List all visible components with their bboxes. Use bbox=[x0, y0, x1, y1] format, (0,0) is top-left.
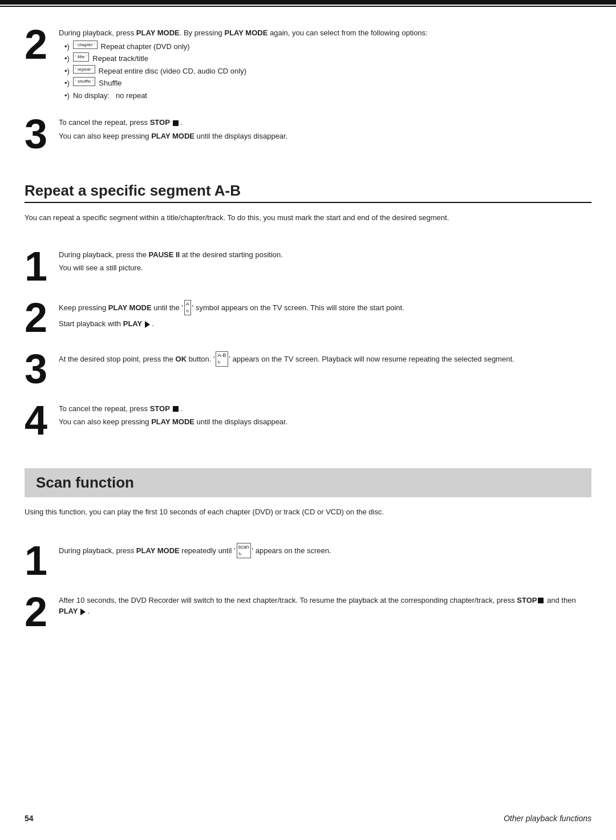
s2-step3-bold1: OK bbox=[176, 355, 187, 363]
repeat-options-list: •) ‘ chapter ’ Repeat chapter (DVD only)… bbox=[59, 41, 591, 102]
step-row-3a: 3 To cancel the repeat, press STOP . You… bbox=[25, 113, 591, 155]
play-icon-1 bbox=[145, 321, 150, 328]
page-number: 54 bbox=[25, 814, 34, 823]
top-border-thick bbox=[0, 0, 616, 5]
s3-step1-bold1: PLAY MODE bbox=[136, 546, 180, 555]
s2-step2-text1: Keep pressing bbox=[59, 303, 108, 312]
repeat-desc: Repeat entire disc (video CD, audio CD o… bbox=[99, 66, 246, 77]
step2a-text: During playback, press PLAY MODE. By pre… bbox=[59, 27, 591, 39]
stop-icon-2 bbox=[173, 406, 179, 412]
step-content-3-2: After 10 seconds, the DVD Recorder will … bbox=[59, 591, 591, 619]
list-item-repeat: •) ‘ repeat ’ Repeat entire disc (video … bbox=[64, 66, 591, 77]
step-content-2-2: Keep pressing PLAY MODE until the 'A↻' s… bbox=[59, 297, 591, 332]
step-content-2-4: To cancel the repeat, press STOP . You c… bbox=[59, 400, 591, 430]
step2a-text1: During playback, press bbox=[59, 29, 136, 37]
s2-step3-text1: At the desired stop point, press the bbox=[59, 355, 176, 363]
s2-step2-text3: ' symbol appears on the TV screen. This … bbox=[192, 303, 404, 312]
s2-step4-text1: To cancel the repeat, press bbox=[59, 404, 150, 413]
section3-heading: Scan function bbox=[25, 468, 591, 497]
s3-step2-line1: After 10 seconds, the DVD Recorder will … bbox=[59, 595, 591, 617]
s2-step4-line1: To cancel the repeat, press STOP . bbox=[59, 403, 591, 415]
step3a-bold1: STOP bbox=[150, 118, 170, 127]
step-row-2-2: 2 Keep pressing PLAY MODE until the 'A↻'… bbox=[25, 297, 591, 338]
step-number-3-1: 1 bbox=[25, 540, 59, 581]
step2a-bold2: PLAY MODE bbox=[224, 29, 268, 37]
s2-step2-text2: until the ' bbox=[152, 303, 183, 312]
s2-step3-text2: button. ' bbox=[187, 355, 214, 363]
page: 2 During playback, press PLAY MODE. By p… bbox=[0, 0, 616, 840]
step-number-2-4: 4 bbox=[25, 400, 59, 441]
shuffle-desc: Shuffle bbox=[99, 78, 121, 89]
step-number-2-3: 3 bbox=[25, 348, 59, 389]
s3-step1-text3: ' appears on the screen. bbox=[252, 546, 331, 555]
footer-section-label: Other playback functions bbox=[504, 814, 591, 823]
step2a-text2: . By pressing bbox=[180, 29, 225, 37]
s2-step2-bold2: PLAY bbox=[123, 319, 142, 328]
step3a-text1: To cancel the repeat, press bbox=[59, 118, 150, 127]
stop-icon-1 bbox=[173, 120, 179, 126]
play-icon-2 bbox=[80, 608, 86, 615]
step2a-text3: again, you can select from the following… bbox=[268, 29, 427, 37]
s2-step2-line2: Start playback with PLAY . bbox=[59, 318, 591, 330]
s2-step4-line2: You can also keep pressing PLAY MODE unt… bbox=[59, 416, 591, 428]
bullet-dot-3: •) bbox=[64, 66, 70, 77]
section3-intro: Using this function, you can play the fi… bbox=[25, 506, 591, 518]
s2-step1-line2: You will see a still picture. bbox=[59, 262, 591, 274]
bullet-dot-5: •) bbox=[64, 90, 70, 102]
step-content-2a: During playback, press PLAY MODE. By pre… bbox=[59, 24, 591, 103]
s3-step1-line1: During playback, press PLAY MODE repeate… bbox=[59, 543, 591, 559]
section2-intro: You can repeat a specific segment within… bbox=[25, 212, 591, 224]
step-row-3-2: 2 After 10 seconds, the DVD Recorder wil… bbox=[25, 591, 591, 632]
step-number-2-1: 1 bbox=[25, 246, 59, 287]
s2-step4-text3: You can also keep pressing bbox=[59, 417, 151, 426]
top-border-thin bbox=[0, 6, 616, 7]
s2-step1-text2: at the desired starting position. bbox=[180, 250, 283, 259]
bullet-dot-4: •) bbox=[64, 78, 70, 89]
s2-step1-text1: During playback, press the bbox=[59, 250, 149, 259]
step-content-2-1: During playback, press the PAUSE II at t… bbox=[59, 246, 591, 276]
title-label: ‘ title ’ bbox=[73, 52, 89, 62]
step-number-2-2: 2 bbox=[25, 297, 59, 338]
s2-step1-line1: During playback, press the PAUSE II at t… bbox=[59, 249, 591, 261]
step-row-2a: 2 During playback, press PLAY MODE. By p… bbox=[25, 24, 591, 103]
step-content-3a: To cancel the repeat, press STOP . You c… bbox=[59, 113, 591, 144]
s2-step4-text2: . bbox=[179, 404, 183, 413]
s2-step1-bold1: PAUSE II bbox=[149, 250, 180, 259]
list-item-nodisplay: •) No display: no repeat bbox=[64, 90, 591, 102]
sym-AB: A-B↻ bbox=[216, 351, 228, 367]
bullet-dot-2: •) bbox=[64, 53, 70, 64]
step3a-line1: To cancel the repeat, press STOP . bbox=[59, 117, 591, 128]
step3a-text2: . bbox=[179, 118, 183, 127]
bullet-dot-1: •) bbox=[64, 41, 70, 52]
step-number-2a: 2 bbox=[25, 24, 59, 65]
step3a-text4: until the displays disappear. bbox=[194, 132, 287, 140]
s3-step2-bold2: PLAY bbox=[59, 607, 78, 615]
s2-step2-text4: Start playback with bbox=[59, 319, 123, 328]
s3-step1-text1: During playback, press bbox=[59, 546, 136, 555]
step-row-3-1: 1 During playback, press PLAY MODE repea… bbox=[25, 540, 591, 581]
s2-step3-line1: At the desired stop point, press the OK … bbox=[59, 352, 591, 368]
list-item-chapter: •) ‘ chapter ’ Repeat chapter (DVD only) bbox=[64, 41, 591, 52]
repeat-label: ‘ repeat ’ bbox=[73, 65, 95, 74]
title-desc: Repeat track/title bbox=[92, 53, 148, 64]
nodisplay-desc: No display: no repeat bbox=[73, 90, 147, 102]
step2a-bold1: PLAY MODE bbox=[136, 29, 180, 37]
step3a-line2: You can also keep pressing PLAY MODE unt… bbox=[59, 131, 591, 142]
spacer-4 bbox=[25, 529, 591, 540]
footer: 54 Other playback functions bbox=[25, 814, 591, 823]
s3-step2-text2: and then bbox=[545, 596, 576, 604]
list-item-title: •) ‘ title ’ Repeat track/title bbox=[64, 53, 591, 64]
list-item-shuffle: •) ‘ shuffle ’ Shuffle bbox=[64, 78, 591, 89]
s3-step2-text1: After 10 seconds, the DVD Recorder will … bbox=[59, 596, 517, 604]
s2-step4-text4: until the displays disappear. bbox=[194, 417, 287, 426]
s2-step2-line1: Keep pressing PLAY MODE until the 'A↻' s… bbox=[59, 301, 591, 316]
step-content-2-3: At the desired stop point, press the OK … bbox=[59, 348, 591, 370]
stop-icon-3 bbox=[538, 598, 544, 603]
step3a-text3: You can also keep pressing bbox=[59, 132, 151, 140]
chapter-desc: Repeat chapter (DVD only) bbox=[101, 41, 190, 52]
s2-step4-bold2: PLAY MODE bbox=[151, 417, 194, 426]
shuffle-label: ‘ shuffle ’ bbox=[73, 77, 95, 86]
step-row-2-1: 1 During playback, press the PAUSE II at… bbox=[25, 246, 591, 287]
s2-step3-text3: ' appears on the TV screen. Playback wil… bbox=[229, 355, 514, 363]
step-number-3-2: 2 bbox=[25, 591, 59, 632]
